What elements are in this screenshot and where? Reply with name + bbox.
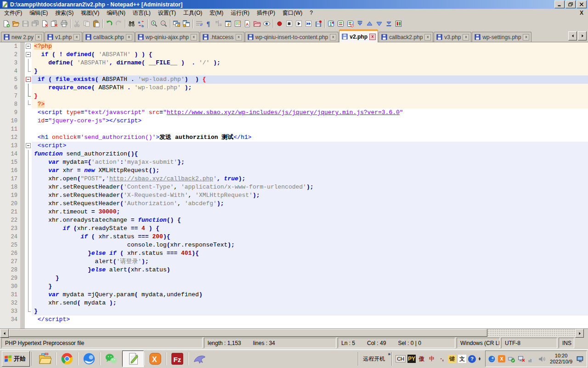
document-close-icon[interactable]: X (575, 10, 588, 16)
code-line-29[interactable]: 29 } (0, 274, 588, 282)
chinese-english-toggle-icon[interactable]: 中 (428, 355, 436, 363)
tab-scroll-left-icon[interactable] (568, 31, 577, 40)
tab-new-2.py[interactable]: new 2.pyx (1, 32, 44, 42)
code-line-25[interactable]: 25 console.log(xhr.responseText); (0, 241, 588, 249)
macro-save-icon[interactable] (313, 18, 323, 29)
split-edit-icon[interactable] (394, 18, 403, 29)
fold-collapse-icon[interactable] (26, 143, 31, 148)
code-line-9[interactable]: 9 <script type="text/javascript" src="ht… (0, 109, 588, 117)
paste-icon[interactable] (91, 18, 101, 29)
tab-close-icon[interactable]: x (463, 34, 469, 40)
wechat-icon[interactable] (100, 351, 122, 367)
code-line-3[interactable]: 3 define( 'ABSPATH', dirname( __FILE__ )… (0, 59, 588, 67)
scrollbar-track[interactable] (487, 329, 575, 337)
ime-skin-icon[interactable]: 傲 (418, 355, 426, 363)
copy-icon[interactable] (82, 18, 91, 29)
redo-icon[interactable] (114, 18, 124, 29)
macro-record-icon[interactable] (275, 18, 284, 29)
document-map-icon[interactable] (233, 18, 243, 29)
code-line-6[interactable]: 6 require_once( ABSPATH . 'wp-load.php' … (0, 84, 588, 92)
macro-play-icon[interactable] (294, 18, 304, 29)
tab-.htaccess[interactable]: .htaccessx (200, 32, 244, 42)
scrollbar-thumb[interactable] (9, 329, 487, 337)
code-line-13[interactable]: 13 <script> (0, 142, 588, 150)
undo-icon[interactable] (104, 18, 114, 29)
taskbar-clock[interactable]: 10:20 2022/10/9 (548, 353, 574, 365)
mark-lines-icon[interactable] (336, 18, 345, 29)
menu-item-l[interactable]: 语言(L) (129, 9, 154, 17)
close-icon[interactable] (40, 18, 50, 29)
menu-item-w[interactable]: 窗口(W) (279, 9, 306, 17)
fold-collapse-icon[interactable] (26, 44, 31, 49)
tray-usb-icon[interactable] (508, 355, 515, 363)
mysql-icon[interactable] (188, 351, 210, 367)
code-line-12[interactable]: 12 <h1 onclick='send_authorzition()'>发送 … (0, 133, 588, 142)
find-icon[interactable] (127, 18, 136, 29)
macro-run-multiple-icon[interactable] (304, 18, 313, 29)
code-line-1[interactable]: 1<?php (0, 42, 588, 51)
code-line-8[interactable]: 8 ?> (0, 100, 588, 109)
file-explorer-icon[interactable] (34, 351, 56, 367)
ime-toolbar-icon[interactable]: 文 (458, 355, 466, 363)
tab-v1.php[interactable]: v1.phpx (45, 32, 82, 42)
code-line-7[interactable]: 7} (0, 92, 588, 100)
code-line-26[interactable]: 26 }else if ( xhr.status === 401){ (0, 249, 588, 258)
bookmark-flag-icon[interactable]: 1 (326, 18, 336, 29)
show-all-chars-icon[interactable]: ¶ (204, 18, 214, 29)
code-line-31[interactable]: 31 var mydata =jQuery.param( mydata,unde… (0, 291, 588, 299)
fold-collapse-icon[interactable] (26, 52, 31, 57)
code-line-34[interactable]: 34 </script> (0, 316, 588, 324)
fold-collapse-icon[interactable] (26, 77, 31, 82)
menu-item-s[interactable]: 搜索(S) (51, 9, 77, 17)
menu-item-t[interactable]: 设置(T) (154, 9, 180, 17)
code-line-24[interactable]: 24 if ( xhr.status === 200){ (0, 233, 588, 241)
code-line-18[interactable]: 18 xhr.setRequestHeader('Content-Type', … (0, 183, 588, 191)
tab-callback2.php[interactable]: callback2.phpx (379, 32, 433, 42)
fold-margin[interactable] (25, 42, 32, 51)
menu-item-n[interactable]: 编码(N) (103, 9, 129, 17)
tab-close-icon[interactable]: x (74, 34, 80, 40)
menu-item-e[interactable]: 编辑(E) (26, 9, 51, 17)
tab-v3.php[interactable]: v3.phpx (434, 32, 471, 42)
code-line-21[interactable]: 21 xhr.timeout = 30000; (0, 208, 588, 216)
tab-wp-qiniu-insert-to-content.php[interactable]: wp-qiniu-insert-to-content.phpx (245, 32, 339, 42)
code-line-16[interactable]: 16 var xhr = new XMLHttpRequest(); (0, 167, 588, 175)
code-line-20[interactable]: 20 xhr.setRequestHeader('Authorization',… (0, 200, 588, 208)
code-area[interactable]: 1<?php2 if ( ! defined( 'ABSPATH' ) ) {3… (0, 42, 588, 328)
menu-item-m[interactable]: 宏(M) (206, 9, 227, 17)
punctuation-toggle-icon[interactable]: ·, (438, 355, 446, 363)
status-insert-mode[interactable]: INS (559, 338, 574, 348)
code-line-28[interactable]: 28 }else alert(xhr.status) (0, 266, 588, 274)
close-all-icon[interactable] (50, 18, 59, 29)
code-line-5[interactable]: 5 if ( file_exists( ABSPATH . 'wp-load.p… (0, 75, 588, 84)
menu-item-p[interactable]: 插件(P) (253, 9, 279, 17)
macro-stop-icon[interactable] (284, 18, 294, 29)
tab-scroll-right-icon[interactable] (578, 31, 587, 40)
pinyin-ime-icon[interactable]: PY (407, 355, 416, 363)
fold-margin[interactable] (25, 142, 32, 150)
tray-net-disconnect-icon[interactable] (518, 355, 526, 363)
code-line-14[interactable]: 14function send_authorzition(){ (0, 150, 588, 158)
fold-level-icon[interactable] (384, 18, 394, 29)
minimize-button[interactable] (554, 0, 565, 8)
chevron-icon[interactable]: » (388, 351, 391, 356)
tab-close-icon[interactable]: x (126, 34, 132, 40)
restore-button[interactable] (565, 0, 576, 8)
tray-signal-icon[interactable] (528, 355, 536, 363)
cut-icon[interactable] (72, 18, 82, 29)
tab-close-icon[interactable]: x (330, 34, 336, 40)
word-wrap-icon[interactable] (194, 18, 204, 29)
chrome-icon[interactable] (56, 351, 78, 367)
function-list-icon[interactable] (223, 18, 233, 29)
qq-browser-icon[interactable] (78, 351, 100, 367)
code-line-10[interactable]: 10 id="jquery-core-js"></script> (0, 117, 588, 125)
fold-margin[interactable] (25, 51, 32, 59)
menu-item-r[interactable]: 运行(R) (227, 9, 253, 17)
code-line-22[interactable]: 22 xhr.onreadystatechange = function() { (0, 216, 588, 224)
save-icon[interactable] (21, 18, 30, 29)
tray-volume-icon[interactable] (538, 355, 546, 363)
save-all-icon[interactable] (30, 18, 40, 29)
code-line-27[interactable]: 27 alert('请登录'); (0, 258, 588, 266)
tab-close-icon[interactable]: x (191, 34, 197, 40)
tab-wp-settings.php[interactable]: wp-settings.phpx (472, 32, 531, 42)
